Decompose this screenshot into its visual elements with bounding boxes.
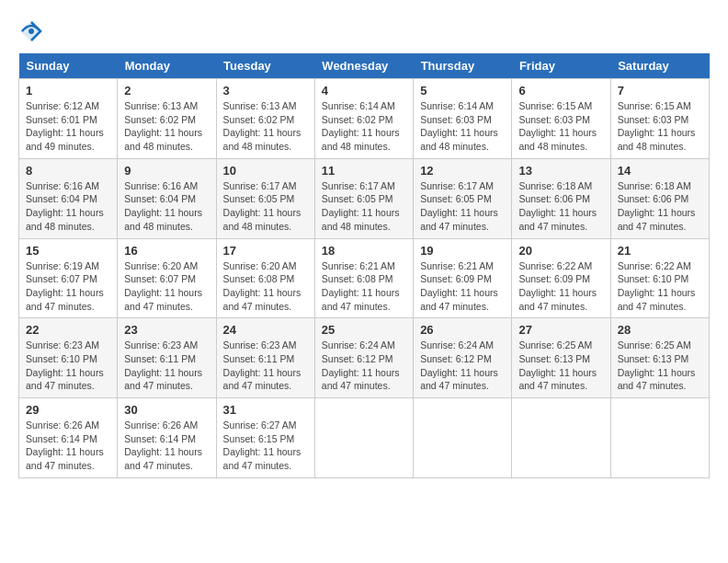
day-number: 9 [124, 164, 209, 178]
day-info: Sunrise: 6:22 AMSunset: 6:10 PMDaylight:… [618, 259, 702, 314]
day-info: Sunrise: 6:14 AMSunset: 6:03 PMDaylight:… [420, 99, 505, 154]
calendar-cell: 22Sunrise: 6:23 AMSunset: 6:10 PMDayligh… [19, 318, 118, 398]
calendar-cell: 18Sunrise: 6:21 AMSunset: 6:08 PMDayligh… [314, 238, 413, 318]
calendar-cell: 14Sunrise: 6:18 AMSunset: 6:06 PMDayligh… [610, 158, 709, 238]
day-number: 31 [223, 403, 308, 417]
day-number: 7 [618, 84, 702, 98]
day-info: Sunrise: 6:18 AMSunset: 6:06 PMDaylight:… [618, 179, 702, 234]
day-number: 26 [420, 323, 505, 337]
calendar-cell: 28Sunrise: 6:25 AMSunset: 6:13 PMDayligh… [610, 318, 709, 398]
day-number: 19 [420, 244, 505, 258]
day-number: 3 [223, 84, 308, 98]
calendar-cell: 26Sunrise: 6:24 AMSunset: 6:12 PMDayligh… [414, 318, 512, 398]
calendar-week-row: 1Sunrise: 6:12 AMSunset: 6:01 PMDaylight… [19, 79, 710, 159]
calendar-cell: 31Sunrise: 6:27 AMSunset: 6:15 PMDayligh… [216, 398, 314, 478]
col-header-saturday: Saturday [610, 53, 709, 79]
day-info: Sunrise: 6:17 AMSunset: 6:05 PMDaylight:… [420, 179, 505, 234]
calendar-cell: 17Sunrise: 6:20 AMSunset: 6:08 PMDayligh… [216, 238, 314, 318]
day-info: Sunrise: 6:21 AMSunset: 6:09 PMDaylight:… [420, 259, 505, 314]
day-number: 21 [618, 244, 702, 258]
calendar-cell: 6Sunrise: 6:15 AMSunset: 6:03 PMDaylight… [512, 79, 610, 159]
calendar-cell: 16Sunrise: 6:20 AMSunset: 6:07 PMDayligh… [118, 238, 216, 318]
calendar-cell: 1Sunrise: 6:12 AMSunset: 6:01 PMDaylight… [19, 79, 118, 159]
day-info: Sunrise: 6:17 AMSunset: 6:05 PMDaylight:… [223, 179, 308, 234]
day-info: Sunrise: 6:14 AMSunset: 6:02 PMDaylight:… [322, 99, 406, 154]
day-info: Sunrise: 6:19 AMSunset: 6:07 PMDaylight:… [26, 259, 110, 314]
day-number: 13 [518, 164, 603, 178]
day-info: Sunrise: 6:13 AMSunset: 6:02 PMDaylight:… [223, 99, 308, 154]
calendar-cell: 19Sunrise: 6:21 AMSunset: 6:09 PMDayligh… [414, 238, 512, 318]
calendar-cell: 2Sunrise: 6:13 AMSunset: 6:02 PMDaylight… [118, 79, 216, 159]
calendar-cell: 27Sunrise: 6:25 AMSunset: 6:13 PMDayligh… [512, 318, 610, 398]
day-info: Sunrise: 6:16 AMSunset: 6:04 PMDaylight:… [26, 179, 110, 234]
calendar-cell: 15Sunrise: 6:19 AMSunset: 6:07 PMDayligh… [19, 238, 118, 318]
day-number: 5 [420, 84, 505, 98]
day-info: Sunrise: 6:25 AMSunset: 6:13 PMDaylight:… [518, 339, 603, 393]
calendar-cell: 12Sunrise: 6:17 AMSunset: 6:05 PMDayligh… [414, 158, 512, 238]
day-number: 10 [223, 164, 308, 178]
calendar-cell [414, 398, 512, 478]
day-info: Sunrise: 6:26 AMSunset: 6:14 PMDaylight:… [26, 419, 110, 473]
day-info: Sunrise: 6:15 AMSunset: 6:03 PMDaylight:… [618, 99, 702, 154]
day-info: Sunrise: 6:24 AMSunset: 6:12 PMDaylight:… [322, 339, 406, 393]
calendar-cell: 10Sunrise: 6:17 AMSunset: 6:05 PMDayligh… [216, 158, 314, 238]
calendar-cell: 8Sunrise: 6:16 AMSunset: 6:04 PMDaylight… [19, 158, 118, 238]
day-info: Sunrise: 6:24 AMSunset: 6:12 PMDaylight:… [420, 339, 505, 393]
calendar-table: SundayMondayTuesdayWednesdayThursdayFrid… [18, 53, 710, 478]
day-info: Sunrise: 6:20 AMSunset: 6:07 PMDaylight:… [124, 259, 209, 314]
day-info: Sunrise: 6:22 AMSunset: 6:09 PMDaylight:… [518, 259, 603, 314]
day-number: 4 [322, 84, 406, 98]
day-info: Sunrise: 6:23 AMSunset: 6:11 PMDaylight:… [223, 339, 308, 393]
day-info: Sunrise: 6:23 AMSunset: 6:10 PMDaylight:… [26, 339, 110, 393]
day-number: 15 [26, 244, 110, 258]
col-header-friday: Friday [512, 53, 610, 79]
day-info: Sunrise: 6:27 AMSunset: 6:15 PMDaylight:… [223, 419, 308, 473]
logo [18, 18, 48, 44]
day-info: Sunrise: 6:12 AMSunset: 6:01 PMDaylight:… [26, 99, 110, 154]
calendar-header-row: SundayMondayTuesdayWednesdayThursdayFrid… [19, 53, 710, 79]
day-info: Sunrise: 6:25 AMSunset: 6:13 PMDaylight:… [618, 339, 702, 393]
calendar-cell: 7Sunrise: 6:15 AMSunset: 6:03 PMDaylight… [610, 79, 709, 159]
day-number: 17 [223, 244, 308, 258]
calendar-week-row: 22Sunrise: 6:23 AMSunset: 6:10 PMDayligh… [19, 318, 710, 398]
day-number: 27 [518, 323, 603, 337]
day-number: 12 [420, 164, 505, 178]
calendar-cell: 13Sunrise: 6:18 AMSunset: 6:06 PMDayligh… [512, 158, 610, 238]
day-number: 20 [518, 244, 603, 258]
day-info: Sunrise: 6:21 AMSunset: 6:08 PMDaylight:… [322, 259, 406, 314]
day-info: Sunrise: 6:20 AMSunset: 6:08 PMDaylight:… [223, 259, 308, 314]
page-header [18, 18, 710, 44]
day-number: 22 [26, 323, 110, 337]
day-number: 14 [618, 164, 702, 178]
day-info: Sunrise: 6:23 AMSunset: 6:11 PMDaylight:… [124, 339, 209, 393]
calendar-cell: 29Sunrise: 6:26 AMSunset: 6:14 PMDayligh… [19, 398, 118, 478]
col-header-monday: Monday [118, 53, 216, 79]
calendar-cell: 25Sunrise: 6:24 AMSunset: 6:12 PMDayligh… [314, 318, 413, 398]
calendar-cell: 9Sunrise: 6:16 AMSunset: 6:04 PMDaylight… [118, 158, 216, 238]
day-number: 25 [322, 323, 406, 337]
calendar-cell: 4Sunrise: 6:14 AMSunset: 6:02 PMDaylight… [314, 79, 413, 159]
calendar-cell: 21Sunrise: 6:22 AMSunset: 6:10 PMDayligh… [610, 238, 709, 318]
day-info: Sunrise: 6:13 AMSunset: 6:02 PMDaylight:… [124, 99, 209, 154]
day-number: 8 [26, 164, 110, 178]
col-header-sunday: Sunday [19, 53, 118, 79]
day-number: 18 [322, 244, 406, 258]
day-number: 24 [223, 323, 308, 337]
calendar-cell: 3Sunrise: 6:13 AMSunset: 6:02 PMDaylight… [216, 79, 314, 159]
day-number: 1 [26, 84, 110, 98]
col-header-tuesday: Tuesday [216, 53, 314, 79]
day-info: Sunrise: 6:17 AMSunset: 6:05 PMDaylight:… [322, 179, 406, 234]
day-number: 2 [124, 84, 209, 98]
calendar-cell [314, 398, 413, 478]
calendar-cell: 24Sunrise: 6:23 AMSunset: 6:11 PMDayligh… [216, 318, 314, 398]
logo-icon [18, 18, 44, 44]
day-number: 11 [322, 164, 406, 178]
calendar-cell: 23Sunrise: 6:23 AMSunset: 6:11 PMDayligh… [118, 318, 216, 398]
calendar-cell [610, 398, 709, 478]
day-number: 16 [124, 244, 209, 258]
calendar-week-row: 29Sunrise: 6:26 AMSunset: 6:14 PMDayligh… [19, 398, 710, 478]
calendar-week-row: 8Sunrise: 6:16 AMSunset: 6:04 PMDaylight… [19, 158, 710, 238]
day-info: Sunrise: 6:26 AMSunset: 6:14 PMDaylight:… [124, 419, 209, 473]
col-header-thursday: Thursday [414, 53, 512, 79]
calendar-cell: 20Sunrise: 6:22 AMSunset: 6:09 PMDayligh… [512, 238, 610, 318]
